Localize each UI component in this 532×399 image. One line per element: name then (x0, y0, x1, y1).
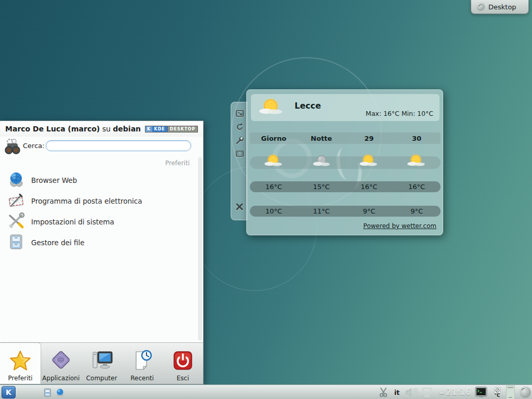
cashew-icon (476, 3, 485, 11)
temp-value: 10°C (250, 207, 298, 215)
search-input[interactable] (46, 140, 191, 151)
weather-tray-label: °C (494, 393, 500, 398)
kde-badge-text: KDE (152, 126, 167, 132)
tab-favorites[interactable]: Preferiti (0, 343, 41, 384)
search-label: Cerca: (23, 142, 45, 150)
kde-desktop-badge: K KDE DESKTOP (145, 126, 198, 132)
tab-label: Computer (86, 375, 117, 382)
section-label: Preferiti (165, 159, 190, 167)
desktop-toolbox[interactable]: Desktop (471, 0, 529, 14)
web-browser-launcher-icon[interactable] (54, 385, 65, 399)
weather-widget: Lecce Max: 16°C Min: 10°C Giorno Notte 2… (246, 89, 443, 235)
rotate-icon[interactable] (235, 122, 244, 131)
file-manager-icon (7, 233, 25, 252)
tab-applications[interactable]: Applicazioni (41, 343, 81, 384)
panel-cashew-icon[interactable] (518, 385, 532, 399)
weather-col-label: 30 (393, 135, 441, 142)
temp-value: 9°C (345, 207, 393, 215)
close-icon[interactable] (235, 202, 244, 211)
klipper-scissors-icon[interactable] (377, 385, 390, 399)
plasmoid-handle (231, 102, 248, 220)
temp-value: 16°C (250, 183, 298, 191)
tray-expander-icon[interactable] (437, 385, 446, 399)
list-item-web-browser[interactable]: Browser Web (0, 170, 197, 191)
digital-clock[interactable]: 21:16 (446, 385, 472, 399)
list-item-label: Gestore dei file (31, 238, 85, 247)
power-icon (172, 350, 194, 374)
recent-documents-icon (131, 350, 154, 374)
kickoff-search-row: Cerca: (0, 137, 203, 154)
tab-label: Esci (177, 375, 189, 382)
kickoff-user-title: Marco De Luca (marco) su debian (5, 125, 141, 133)
weather-col-label: Notte (298, 135, 345, 142)
weather-tray-icon[interactable]: °C (490, 385, 504, 399)
weather-col-label: 29 (345, 135, 393, 142)
web-browser-icon (7, 170, 25, 190)
configure-icon[interactable] (235, 136, 244, 145)
kickoff-header: Marco De Luca (marco) su debian K KDE DE… (0, 121, 203, 137)
weather-column-headers: Giorno Notte 29 30 (250, 132, 441, 144)
kickoff-launcher: Marco De Luca (marco) su debian K KDE DE… (0, 121, 204, 384)
host-name: debian (113, 125, 141, 133)
weather-high-temps: 16°C 15°C 16°C 16°C (250, 181, 441, 192)
keyboard-layout-indicator[interactable]: it (392, 385, 402, 399)
network-monitor-icon[interactable] (420, 385, 434, 399)
tab-label: Recenti (130, 375, 154, 382)
temp-value: 9°C (393, 207, 441, 215)
list-item-system-settings[interactable]: Impostazioni di sistema (0, 211, 197, 232)
tab-label: Applicazioni (42, 375, 79, 382)
kickoff-tab-bar: Preferiti Applicazioni (0, 342, 203, 384)
resize-icon[interactable] (235, 109, 244, 118)
file-manager-launcher-icon[interactable] (42, 385, 53, 399)
weather-icons-row (250, 156, 441, 169)
kde-logo-icon: K (145, 126, 152, 132)
tab-label: Preferiti (8, 375, 33, 382)
weather-credit-link[interactable]: Powered by wetter.com (363, 222, 436, 230)
temp-value: 16°C (393, 183, 441, 191)
tab-leave[interactable]: Esci (163, 343, 203, 384)
maximize-icon[interactable] (235, 149, 244, 158)
list-item-file-manager[interactable]: Gestore dei file (0, 232, 197, 253)
temp-value: 15°C (298, 183, 345, 191)
star-icon (9, 350, 32, 374)
tab-recent[interactable]: Recenti (122, 343, 163, 384)
weather-max-min: Max: 16°C Min: 10°C (366, 110, 433, 117)
favorites-list: Browser Web Programma di posta elettroni… (0, 170, 197, 253)
applications-icon (49, 350, 72, 374)
sun-cloud-icon (345, 156, 393, 169)
moon-cloud-icon (298, 156, 345, 169)
weather-col-label: Giorno (250, 135, 298, 142)
weather-low-temps: 10°C 11°C 9°C 9°C (250, 206, 441, 217)
computer-icon (90, 350, 114, 374)
weather-city: Lecce (295, 101, 321, 111)
bottom-panel: K it (0, 384, 532, 399)
temp-value: 11°C (298, 207, 345, 215)
list-item-label: Programma di posta elettronica (31, 197, 142, 205)
sun-cloud-icon (257, 96, 286, 122)
list-item-mail-client[interactable]: Programma di posta elettronica (0, 191, 197, 211)
sun-cloud-icon (393, 156, 441, 169)
sun-cloud-icon (250, 156, 298, 169)
user-name: Marco De Luca (marco) (5, 125, 100, 133)
terminal-icon[interactable] (474, 385, 488, 399)
desktop-wallpaper: Desktop (0, 0, 532, 399)
system-settings-icon (7, 212, 25, 232)
volume-icon[interactable] (404, 385, 419, 399)
pager-icon[interactable] (506, 385, 515, 399)
kmenu-button[interactable]: K (2, 386, 16, 398)
search-binoculars-icon (3, 137, 22, 157)
user-separator: su (100, 125, 113, 133)
weather-header: Lecce Max: 16°C Min: 10°C (251, 94, 440, 121)
list-item-label: Impostazioni di sistema (31, 218, 114, 226)
desktop-toolbox-label: Desktop (488, 3, 516, 11)
temp-value: 16°C (345, 183, 393, 191)
scrollbar[interactable] (198, 157, 202, 340)
desktop-badge-text: DESKTOP (167, 126, 197, 132)
mail-client-icon (7, 191, 25, 211)
list-item-label: Browser Web (31, 176, 77, 184)
tab-computer[interactable]: Computer (81, 343, 122, 384)
